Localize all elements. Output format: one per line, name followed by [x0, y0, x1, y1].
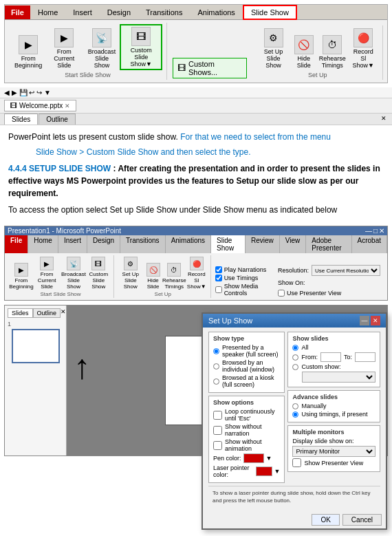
- slides-custom-input[interactable]: [292, 364, 298, 370]
- ribbon2-custom-icon: 🎞: [91, 257, 105, 270]
- slides-panel: Slides Outline ✕ 1: [5, 305, 67, 455]
- ribbon2-tab-slideshow[interactable]: Slide Show: [211, 235, 246, 253]
- panel-close-btn[interactable]: ✕: [380, 114, 388, 125]
- setup-dialog: Set Up Show — ✕ Show type Presented by a…: [202, 312, 387, 530]
- ribbon2-tab-home[interactable]: Home: [28, 235, 58, 253]
- resolution-row: Resolution: Use Current Resolution: [278, 265, 380, 276]
- checkbox-show-media-input[interactable]: [215, 286, 222, 293]
- display-label: Display slide show on:: [292, 438, 353, 444]
- dialog-close-btn[interactable]: ✕: [371, 316, 380, 325]
- show-on-row: Show On:: [278, 279, 380, 286]
- file-tab-close[interactable]: ✕: [65, 103, 70, 109]
- radio-individual-input[interactable]: [213, 363, 219, 369]
- broadcast-icon: 📡: [92, 28, 111, 47]
- opt-no-narration-input[interactable]: [213, 426, 222, 435]
- laser-color-dropdown[interactable]: ▼: [274, 468, 281, 475]
- advance-timings: Using timings, if present: [292, 411, 375, 418]
- tab-slides[interactable]: Slides: [4, 114, 38, 125]
- opt-no-animation-input[interactable]: [213, 441, 222, 450]
- ribbon2-btn-custom[interactable]: 🎞 CustomSlide Show: [87, 256, 111, 290]
- tab-animations[interactable]: Animations: [190, 6, 242, 19]
- dialog-ok-button[interactable]: OK: [312, 514, 339, 526]
- ribbon2-tab-acrobat[interactable]: Acrobat: [352, 235, 387, 253]
- btn-custom-show[interactable]: 🎞 CustomSlide Show▼: [120, 24, 162, 70]
- opt-no-narration: Show without narration: [213, 423, 280, 437]
- tab-slide-show[interactable]: Slide Show: [243, 5, 297, 20]
- ribbon2-btn-from-beginning[interactable]: ▶ FromBeginning: [10, 262, 32, 290]
- tab-file[interactable]: File: [5, 6, 30, 19]
- dialog-minimize-btn[interactable]: —: [360, 316, 369, 325]
- hide-slide-icon: 🚫: [294, 35, 314, 54]
- ribbon2-tab-insert[interactable]: Insert: [58, 235, 87, 253]
- close-btn[interactable]: ✕: [379, 227, 384, 235]
- slides-all-input[interactable]: [292, 345, 298, 351]
- slides-from-label: From:: [301, 354, 318, 361]
- slides-tab[interactable]: Slides: [8, 308, 33, 318]
- ribbon2-tab-transitions[interactable]: Transitions: [120, 235, 166, 253]
- btn-from-current[interactable]: ▶ FromCurrent Slide: [45, 27, 83, 70]
- laser-color-swatch[interactable]: [256, 467, 272, 476]
- radio-individual: Browsed by an individual (window): [213, 359, 280, 373]
- minimize-btn[interactable]: —: [365, 227, 372, 235]
- btn-from-beginning[interactable]: ▶ FromBeginning: [13, 34, 43, 70]
- presenter-view-checkbox[interactable]: [292, 458, 301, 467]
- ribbon2-btn-from-current[interactable]: ▶ FromCurrent Slide: [33, 256, 61, 290]
- btn-record[interactable]: 🔴 Record SlShow▼: [349, 27, 378, 70]
- btn-broadcast[interactable]: 📡 BroadcastSlide Show: [85, 27, 118, 70]
- pen-color-dropdown[interactable]: ▼: [266, 455, 272, 462]
- ribbon2-tab-adobe[interactable]: Adobe Presenter: [306, 235, 351, 253]
- slide-thumbnail[interactable]: [12, 329, 60, 363]
- outline-tab[interactable]: Outline: [33, 308, 61, 318]
- advance-slides-title: Advance slides: [292, 394, 375, 400]
- ribbon2-tab-review[interactable]: Review: [246, 235, 280, 253]
- tab-outline[interactable]: Outline: [39, 114, 76, 125]
- advance-manually-input[interactable]: [292, 403, 298, 409]
- btn-set-up-slide-show[interactable]: ⚙ Set UpSlide Show: [257, 27, 290, 70]
- ribbon2-from-current-icon: ▶: [40, 257, 54, 270]
- slides-from-value[interactable]: [320, 352, 341, 362]
- file-tab-welcome[interactable]: 🎞 Welcome.pptx ✕: [4, 100, 76, 111]
- checkbox-use-timings-input[interactable]: [215, 275, 222, 281]
- checkbox-use-timings: Use Timings: [215, 275, 270, 281]
- btn-hide-slide[interactable]: 🚫 HideSlide: [292, 34, 316, 70]
- pen-color-swatch[interactable]: [243, 453, 264, 463]
- radio-full-screen-label: Presented by a speaker (full screen): [222, 344, 280, 358]
- ribbon2-btn-record[interactable]: 🔴 Record SlShow▼: [186, 256, 208, 290]
- opt-no-animation: Show without animation: [213, 438, 280, 452]
- advance-timings-input[interactable]: [292, 411, 298, 418]
- primary-monitor-select[interactable]: Primary Monitor: [292, 446, 375, 457]
- slides-to-value[interactable]: [355, 352, 375, 362]
- dialog-cancel-button[interactable]: Cancel: [342, 514, 382, 526]
- ribbon2-tab-design[interactable]: Design: [87, 235, 120, 253]
- radio-kiosk-input[interactable]: [213, 378, 219, 385]
- ribbon2-btn-setup[interactable]: ⚙ Set UpSlide Show: [118, 256, 143, 290]
- laser-color-row: Laser pointer color: ▼: [213, 464, 280, 478]
- panel-close[interactable]: ✕: [61, 308, 66, 318]
- tab-design[interactable]: Design: [100, 6, 138, 19]
- custom-shows-menu-item[interactable]: 🎞 Custom Shows...: [173, 58, 247, 78]
- checkbox-play-narrations-input[interactable]: [215, 266, 222, 273]
- tab-transitions[interactable]: Transitions: [138, 6, 190, 19]
- tab-insert[interactable]: Insert: [65, 6, 100, 19]
- presenter-view-input[interactable]: [278, 290, 285, 297]
- radio-full-screen-input[interactable]: [213, 348, 219, 354]
- ribbon2-tab-file[interactable]: File: [5, 235, 28, 253]
- ribbon2-btn-broadcast[interactable]: 📡 BroadcastSlide Show: [61, 256, 85, 290]
- tab-home[interactable]: Home: [30, 6, 65, 19]
- maximize-btn[interactable]: □: [373, 227, 378, 235]
- btn-rehearse[interactable]: ⏱ RehearseTimings: [318, 34, 347, 70]
- para3: To access the option select Set up Slide…: [8, 204, 384, 216]
- checkbox-show-media-label: Show Media Controls: [224, 283, 270, 297]
- opt-loop-input[interactable]: [213, 411, 222, 420]
- checkbox-show-media: Show Media Controls: [215, 283, 270, 297]
- resolution-select[interactable]: Use Current Resolution: [312, 265, 380, 276]
- slide-number-label: 1: [8, 321, 63, 328]
- advance-manually: Manually: [292, 403, 375, 409]
- slides-from-input[interactable]: [292, 354, 298, 361]
- slides-custom-select[interactable]: [302, 372, 375, 383]
- ribbon2-tab-view[interactable]: View: [280, 235, 307, 253]
- ribbon2-btn-hide[interactable]: 🚫 HideSlide: [144, 262, 163, 290]
- ribbon2-tab-animations[interactable]: Animations: [166, 235, 211, 253]
- ribbon2-btn-rehearse[interactable]: ⏱ RehearseTimings: [164, 262, 185, 290]
- from-beginning-icon: ▶: [19, 35, 38, 54]
